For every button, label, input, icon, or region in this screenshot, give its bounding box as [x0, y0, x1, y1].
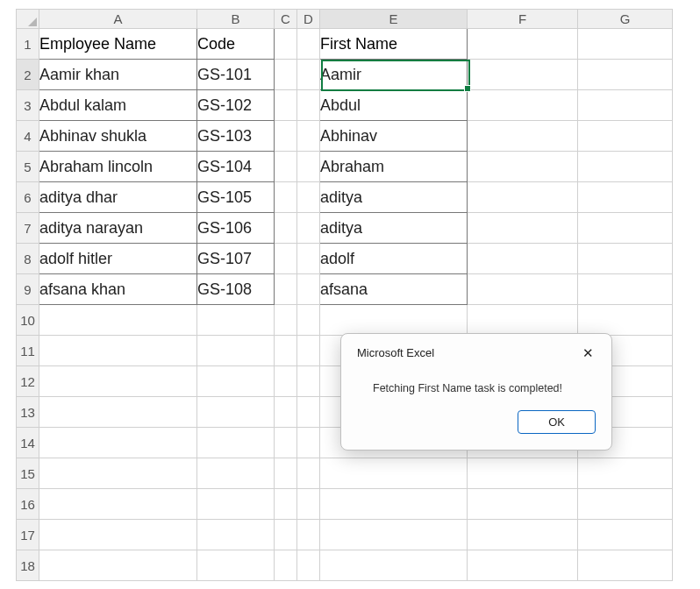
- cell-D11[interactable]: [297, 336, 320, 366]
- cell-D8[interactable]: [297, 244, 320, 274]
- cell-G7[interactable]: [578, 213, 673, 244]
- cell-A13[interactable]: [39, 397, 197, 428]
- cell-F2[interactable]: [468, 60, 578, 90]
- cell-C13[interactable]: [275, 397, 297, 428]
- cell-E17[interactable]: [320, 520, 468, 550]
- col-header-C[interactable]: C: [275, 10, 297, 29]
- cell-C9[interactable]: [275, 274, 297, 305]
- cell-B10[interactable]: [197, 305, 275, 336]
- cell-B4[interactable]: GS-103: [197, 121, 275, 152]
- cell-A5[interactable]: Abraham lincoln: [39, 152, 197, 182]
- cell-C3[interactable]: [275, 90, 297, 121]
- row-header-7[interactable]: 7: [17, 213, 39, 244]
- row-header-11[interactable]: 11: [17, 336, 39, 366]
- cell-C7[interactable]: [275, 213, 297, 244]
- cell-B7[interactable]: GS-106: [197, 213, 275, 244]
- row-header-2[interactable]: 2: [17, 60, 39, 90]
- cell-C6[interactable]: [275, 182, 297, 213]
- cell-G18[interactable]: [578, 550, 673, 581]
- cell-A3[interactable]: Abdul kalam: [39, 90, 197, 121]
- cell-F16[interactable]: [468, 489, 578, 520]
- cell-B15[interactable]: [197, 458, 275, 489]
- row-header-15[interactable]: 15: [17, 458, 39, 489]
- cell-C11[interactable]: [275, 336, 297, 366]
- cell-E3[interactable]: Abdul: [320, 90, 468, 121]
- cell-C18[interactable]: [275, 550, 297, 581]
- cell-E4[interactable]: Abhinav: [320, 121, 468, 152]
- row-header-18[interactable]: 18: [17, 550, 39, 581]
- cell-E10[interactable]: [320, 305, 468, 336]
- cell-C17[interactable]: [275, 520, 297, 550]
- cell-D10[interactable]: [297, 305, 320, 336]
- cell-D1[interactable]: [297, 29, 320, 60]
- cell-A18[interactable]: [39, 550, 197, 581]
- cell-A2[interactable]: Aamir khan: [39, 60, 197, 90]
- cell-A12[interactable]: [39, 366, 197, 397]
- cell-A16[interactable]: [39, 489, 197, 520]
- row-header-3[interactable]: 3: [17, 90, 39, 121]
- cell-F9[interactable]: [468, 274, 578, 305]
- cell-B3[interactable]: GS-102: [197, 90, 275, 121]
- cell-F8[interactable]: [468, 244, 578, 274]
- cell-A8[interactable]: adolf hitler: [39, 244, 197, 274]
- cell-G6[interactable]: [578, 182, 673, 213]
- cell-F5[interactable]: [468, 152, 578, 182]
- cell-G1[interactable]: [578, 29, 673, 60]
- col-header-F[interactable]: F: [468, 10, 578, 29]
- ok-button[interactable]: OK: [518, 410, 596, 434]
- cell-F18[interactable]: [468, 550, 578, 581]
- col-header-A[interactable]: A: [39, 10, 197, 29]
- row-header-14[interactable]: 14: [17, 428, 39, 458]
- cell-E16[interactable]: [320, 489, 468, 520]
- cell-C12[interactable]: [275, 366, 297, 397]
- close-icon[interactable]: ✕: [579, 344, 597, 361]
- row-header-6[interactable]: 6: [17, 182, 39, 213]
- row-header-1[interactable]: 1: [17, 29, 39, 60]
- cell-E1[interactable]: First Name: [320, 29, 468, 60]
- row-header-17[interactable]: 17: [17, 520, 39, 550]
- cell-B1[interactable]: Code: [197, 29, 275, 60]
- cell-B8[interactable]: GS-107: [197, 244, 275, 274]
- cell-C4[interactable]: [275, 121, 297, 152]
- row-header-13[interactable]: 13: [17, 397, 39, 428]
- cell-A11[interactable]: [39, 336, 197, 366]
- cell-D5[interactable]: [297, 152, 320, 182]
- cell-E8[interactable]: adolf: [320, 244, 468, 274]
- cell-F3[interactable]: [468, 90, 578, 121]
- cell-D6[interactable]: [297, 182, 320, 213]
- cell-B5[interactable]: GS-104: [197, 152, 275, 182]
- cell-B13[interactable]: [197, 397, 275, 428]
- cell-A9[interactable]: afsana khan: [39, 274, 197, 305]
- cell-B11[interactable]: [197, 336, 275, 366]
- cell-C16[interactable]: [275, 489, 297, 520]
- cell-D2[interactable]: [297, 60, 320, 90]
- cell-F15[interactable]: [468, 458, 578, 489]
- cell-A6[interactable]: aditya dhar: [39, 182, 197, 213]
- cell-A14[interactable]: [39, 428, 197, 458]
- cell-C15[interactable]: [275, 458, 297, 489]
- cell-E2[interactable]: Aamir: [320, 60, 468, 90]
- col-header-B[interactable]: B: [197, 10, 275, 29]
- cell-G4[interactable]: [578, 121, 673, 152]
- cell-G10[interactable]: [578, 305, 673, 336]
- cell-G2[interactable]: [578, 60, 673, 90]
- cell-A4[interactable]: Abhinav shukla: [39, 121, 197, 152]
- cell-A7[interactable]: aditya narayan: [39, 213, 197, 244]
- cell-F7[interactable]: [468, 213, 578, 244]
- col-header-D[interactable]: D: [297, 10, 320, 29]
- cell-B14[interactable]: [197, 428, 275, 458]
- cell-D9[interactable]: [297, 274, 320, 305]
- cell-B12[interactable]: [197, 366, 275, 397]
- cell-D7[interactable]: [297, 213, 320, 244]
- cell-B17[interactable]: [197, 520, 275, 550]
- cell-D4[interactable]: [297, 121, 320, 152]
- row-header-12[interactable]: 12: [17, 366, 39, 397]
- cell-G3[interactable]: [578, 90, 673, 121]
- cell-B18[interactable]: [197, 550, 275, 581]
- cell-B2[interactable]: GS-101: [197, 60, 275, 90]
- cell-C14[interactable]: [275, 428, 297, 458]
- cell-G15[interactable]: [578, 458, 673, 489]
- cell-C5[interactable]: [275, 152, 297, 182]
- cell-C1[interactable]: [275, 29, 297, 60]
- cell-C2[interactable]: [275, 60, 297, 90]
